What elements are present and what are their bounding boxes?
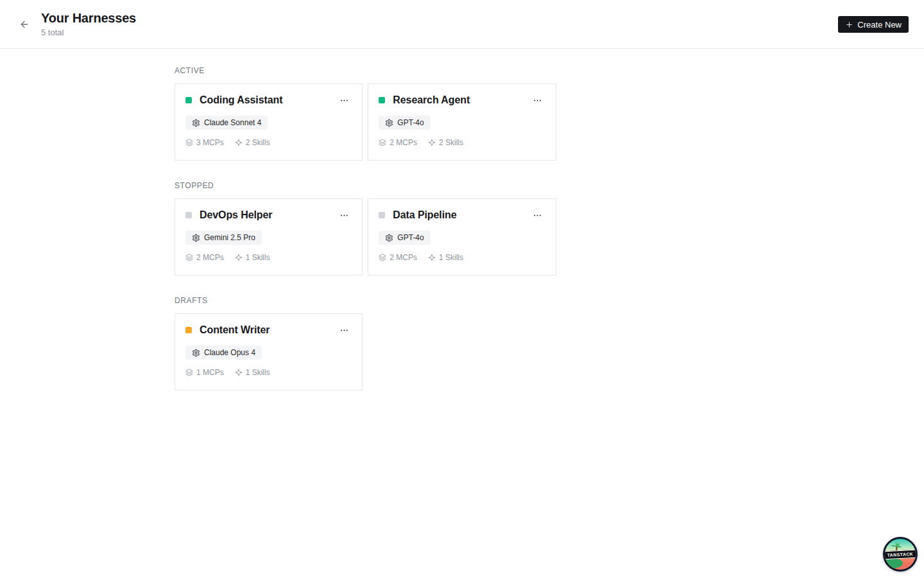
- model-badge: Gemini 2.5 Pro: [185, 231, 262, 245]
- mcp-count: 1 MCPs: [185, 368, 224, 377]
- card-menu-button[interactable]: [336, 209, 352, 222]
- ellipsis-icon: [339, 211, 349, 220]
- card-menu-button[interactable]: [336, 94, 352, 107]
- model-name: Claude Opus 4: [204, 348, 255, 357]
- mcp-count: 2 MCPs: [379, 253, 417, 262]
- sparkle-icon: [235, 369, 243, 376]
- cards-grid: DevOps Helper Gemini 2.5 Pro: [175, 198, 749, 276]
- sparkle-icon: [235, 254, 243, 261]
- total-count: 5 total: [41, 28, 136, 37]
- harness-card-research-agent[interactable]: Research Agent GPT-4o: [368, 83, 556, 161]
- skills-count: 1 Skills: [428, 253, 463, 262]
- harness-name: Content Writer: [200, 324, 270, 336]
- harness-name: Data Pipeline: [393, 209, 456, 221]
- tanstack-devtools-button[interactable]: TANSTACK: [883, 537, 918, 572]
- section-label: ACTIVE: [175, 66, 749, 75]
- layers-icon: [185, 254, 193, 261]
- back-button[interactable]: [15, 15, 33, 33]
- model-badge: Claude Sonnet 4: [185, 116, 268, 130]
- mcp-count: 3 MCPs: [185, 138, 224, 147]
- header-titles: Your Harnesses 5 total: [41, 11, 136, 37]
- arrow-left-icon: [19, 19, 30, 30]
- ellipsis-icon: [533, 96, 542, 105]
- harness-card-coding-assistant[interactable]: Coding Assistant Claude Sonnet 4: [175, 83, 363, 161]
- mcp-count: 2 MCPs: [379, 138, 417, 147]
- tanstack-label: TANSTACK: [883, 550, 918, 560]
- layers-icon: [379, 254, 386, 261]
- ellipsis-icon: [339, 96, 349, 105]
- harness-list: ACTIVE Coding Assistant: [175, 49, 749, 390]
- status-indicator: [185, 97, 192, 103]
- page-header: Your Harnesses 5 total Create New: [0, 0, 924, 49]
- layers-icon: [185, 369, 193, 376]
- model-badge: GPT-4o: [379, 231, 430, 245]
- section-label: DRAFTS: [175, 296, 749, 305]
- gear-icon: [192, 234, 200, 242]
- page-title: Your Harnesses: [41, 11, 136, 26]
- status-indicator: [379, 97, 385, 103]
- harness-name: DevOps Helper: [200, 209, 272, 221]
- ellipsis-icon: [339, 326, 349, 335]
- gear-icon: [385, 234, 393, 242]
- card-menu-button[interactable]: [530, 94, 545, 107]
- harness-name: Research Agent: [393, 94, 470, 106]
- layers-icon: [379, 139, 386, 146]
- model-badge: GPT-4o: [379, 116, 430, 130]
- sparkle-icon: [428, 254, 436, 261]
- gear-icon: [385, 119, 393, 127]
- model-badge: Claude Opus 4: [185, 346, 262, 360]
- harness-name: Coding Assistant: [200, 94, 282, 106]
- plus-icon: [845, 21, 853, 29]
- section-drafts: DRAFTS Content Writer: [175, 296, 749, 390]
- sparkle-icon: [235, 139, 243, 146]
- status-indicator: [185, 327, 192, 333]
- ellipsis-icon: [533, 211, 542, 220]
- section-stopped: STOPPED DevOps Helper: [175, 181, 749, 276]
- harness-card-devops-helper[interactable]: DevOps Helper Gemini 2.5 Pro: [175, 198, 363, 276]
- status-indicator: [185, 212, 192, 218]
- gear-icon: [192, 119, 200, 127]
- create-new-label: Create New: [857, 20, 902, 30]
- card-menu-button[interactable]: [336, 324, 352, 337]
- model-name: Claude Sonnet 4: [204, 118, 261, 127]
- layers-icon: [185, 139, 193, 146]
- mcp-count: 2 MCPs: [185, 253, 224, 262]
- skills-count: 1 Skills: [235, 253, 270, 262]
- gear-icon: [192, 349, 200, 357]
- create-new-button[interactable]: Create New: [838, 16, 909, 33]
- island-graphic: [883, 558, 903, 568]
- harness-card-data-pipeline[interactable]: Data Pipeline GPT-4o: [368, 198, 556, 276]
- skills-count: 2 Skills: [428, 138, 463, 147]
- harness-card-content-writer[interactable]: Content Writer Claude Opus 4: [175, 313, 363, 390]
- model-name: GPT-4o: [397, 118, 424, 127]
- card-menu-button[interactable]: [530, 209, 545, 222]
- sparkle-icon: [428, 139, 436, 146]
- skills-count: 1 Skills: [235, 368, 270, 377]
- cards-grid: Content Writer Claude Opus 4: [175, 313, 749, 390]
- section-active: ACTIVE Coding Assistant: [175, 66, 749, 161]
- skills-count: 2 Skills: [235, 138, 270, 147]
- model-name: Gemini 2.5 Pro: [204, 233, 255, 242]
- status-indicator: [379, 212, 385, 218]
- app-root: Your Harnesses 5 total Create New ACTIVE…: [0, 0, 924, 390]
- cards-grid: Coding Assistant Claude Sonnet 4: [175, 83, 749, 161]
- model-name: GPT-4o: [397, 233, 424, 242]
- section-label: STOPPED: [175, 181, 749, 190]
